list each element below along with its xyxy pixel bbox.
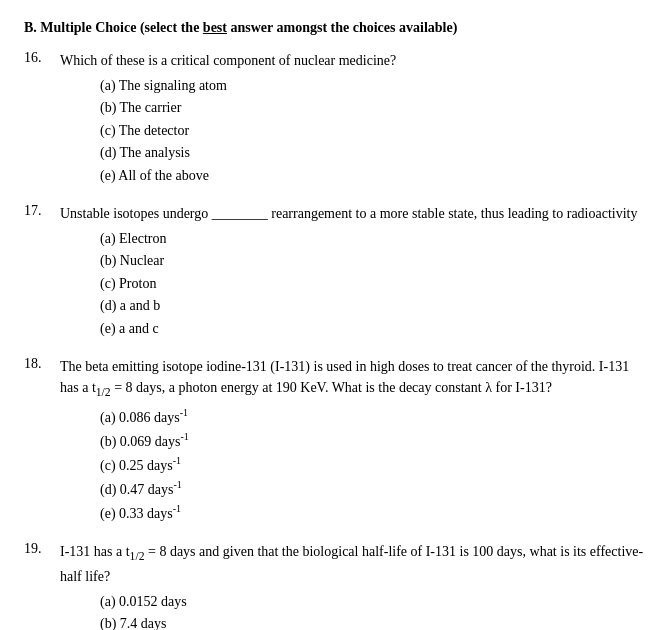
question-18-choices: (a) 0.086 days-1 (b) 0.069 days-1 (c) 0.… [100,405,648,525]
question-19-choices: (a) 0.0152 days (b) 7.4 days (c) 0.135 d… [100,591,648,630]
choice-16d: (d) The analysis [100,142,648,164]
question-17: 17. Unstable isotopes undergo ________ r… [24,203,648,340]
question-17-choices: (a) Electron (b) Nuclear (c) Proton (d) … [100,228,648,340]
section-header: B. Multiple Choice (select the best answ… [24,20,648,36]
question-17-number: 17. [24,203,60,219]
choice-18e: (e) 0.33 days-1 [100,501,648,525]
choice-16e: (e) All of the above [100,165,648,187]
choice-19a: (a) 0.0152 days [100,591,648,613]
question-18: 18. The beta emitting isotope iodine-131… [24,356,648,526]
choice-17a: (a) Electron [100,228,648,250]
question-16: 16. Which of these is a critical compone… [24,50,648,187]
question-16-content: Which of these is a critical component o… [60,50,648,187]
choice-17c: (c) Proton [100,273,648,295]
question-17-text: Unstable isotopes undergo ________ rearr… [60,203,648,224]
choice-18a: (a) 0.086 days-1 [100,405,648,429]
choice-17b: (b) Nuclear [100,250,648,272]
choice-17e: (e) a and c [100,318,648,340]
question-18-text: The beta emitting isotope iodine-131 (I-… [60,356,648,401]
question-17-content: Unstable isotopes undergo ________ rearr… [60,203,648,340]
choice-16a: (a) The signaling atom [100,75,648,97]
choice-19b: (b) 7.4 days [100,613,648,630]
section-label-underline: best [203,20,227,35]
question-19-number: 19. [24,541,60,557]
question-18-number: 18. [24,356,60,372]
question-16-choices: (a) The signaling atom (b) The carrier (… [100,75,648,187]
section-label-before: B. Multiple Choice (select the [24,20,203,35]
section-label-after: answer amongst the choices available) [227,20,457,35]
choice-18b: (b) 0.069 days-1 [100,429,648,453]
question-19: 19. I-131 has a t1/2 = 8 days and given … [24,541,648,630]
question-18-content: The beta emitting isotope iodine-131 (I-… [60,356,648,526]
question-19-text: I-131 has a t1/2 = 8 days and given that… [60,541,648,586]
question-19-content: I-131 has a t1/2 = 8 days and given that… [60,541,648,630]
choice-16c: (c) The detector [100,120,648,142]
question-16-text: Which of these is a critical component o… [60,50,648,71]
choice-18d: (d) 0.47 days-1 [100,477,648,501]
question-16-number: 16. [24,50,60,66]
choice-18c: (c) 0.25 days-1 [100,453,648,477]
choice-16b: (b) The carrier [100,97,648,119]
choice-17d: (d) a and b [100,295,648,317]
